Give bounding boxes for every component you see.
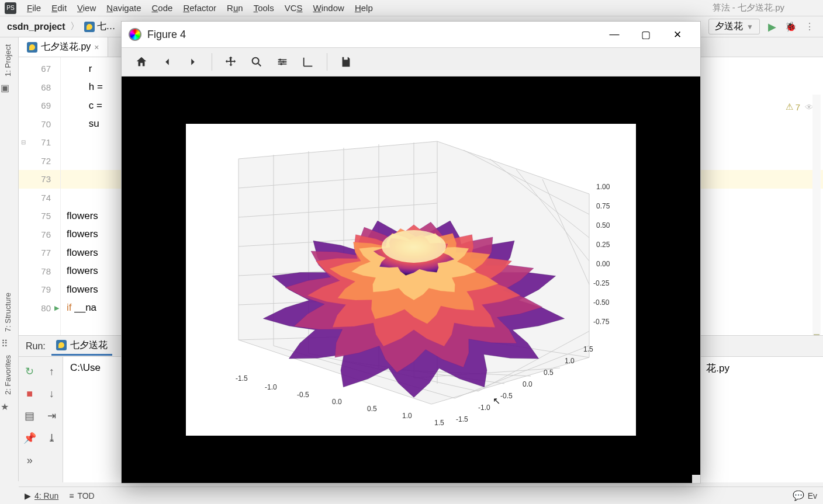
breadcrumb-file[interactable]: 七… bbox=[84, 20, 116, 33]
editor-tab-active[interactable]: 七夕送花.py × bbox=[19, 37, 108, 57]
menu-window[interactable]: Window bbox=[313, 3, 344, 13]
todo-tool-tab[interactable]: ≡ TOD bbox=[69, 491, 94, 500]
menu-vcs[interactable]: VCS bbox=[285, 3, 303, 13]
svg-point-0 bbox=[253, 58, 259, 64]
event-log-tab[interactable]: Ev bbox=[808, 491, 817, 500]
figure-title-label: Figure 4 bbox=[147, 29, 186, 41]
svg-text:1.0: 1.0 bbox=[565, 357, 575, 365]
svg-text:0.0: 0.0 bbox=[523, 380, 532, 388]
matplotlib-icon bbox=[129, 28, 141, 41]
gutter-line: 68 bbox=[19, 78, 60, 97]
more-run-icon[interactable]: ⋮ bbox=[803, 20, 816, 33]
svg-text:-0.5: -0.5 bbox=[297, 391, 309, 399]
svg-text:-1.0: -1.0 bbox=[478, 404, 490, 412]
window-title-hint: 算法 - 七夕送花.py bbox=[713, 2, 784, 13]
close-button[interactable]: ✕ bbox=[662, 23, 693, 46]
forward-button[interactable] bbox=[181, 50, 205, 74]
minimize-button[interactable]: — bbox=[599, 23, 630, 46]
editor-scrollbar[interactable] bbox=[812, 95, 821, 363]
svg-text:-0.50: -0.50 bbox=[593, 298, 610, 307]
rerun-button[interactable]: ↻ bbox=[19, 360, 41, 383]
figure-titlebar[interactable]: Figure 4 — ▢ ✕ bbox=[122, 22, 700, 47]
run-header-label: Run: bbox=[26, 341, 46, 352]
svg-text:-0.25: -0.25 bbox=[593, 279, 610, 287]
more-button[interactable]: » bbox=[19, 449, 41, 471]
svg-point-2 bbox=[282, 61, 285, 63]
close-tab-icon[interactable]: × bbox=[94, 43, 99, 52]
svg-text:0.5: 0.5 bbox=[367, 405, 377, 413]
event-log-icon: 💬 bbox=[793, 490, 804, 501]
svg-text:0.25: 0.25 bbox=[596, 241, 610, 249]
svg-point-1 bbox=[279, 59, 282, 61]
run-button[interactable]: ▶ bbox=[766, 20, 779, 33]
run-tab[interactable]: 七夕送花 bbox=[51, 337, 112, 356]
run-toolbar: ↻ ↑ ■ ↓ ▤ ⇥ 📌 ⤓ » bbox=[19, 357, 63, 482]
stop-button[interactable]: ■ bbox=[19, 383, 41, 405]
soft-wrap-button[interactable]: ⇥ bbox=[41, 405, 63, 427]
save-button[interactable] bbox=[334, 50, 358, 74]
matplotlib-figure-window: Figure 4 — ▢ ✕ bbox=[121, 21, 701, 484]
warnings-count: 7 bbox=[796, 102, 800, 112]
menu-refactor[interactable]: Refactor bbox=[183, 3, 216, 13]
svg-text:1.5: 1.5 bbox=[583, 345, 593, 353]
run-gutter-icon[interactable]: ▶ bbox=[54, 304, 59, 312]
menu-tools[interactable]: Tools bbox=[254, 3, 274, 13]
menu-run[interactable]: Run bbox=[227, 3, 243, 13]
svg-text:-1.5: -1.5 bbox=[456, 415, 468, 423]
breadcrumb-sep-icon: 〉 bbox=[70, 20, 79, 33]
menu-navigate[interactable]: Navigate bbox=[106, 3, 141, 13]
gutter-line: ⊟71 bbox=[19, 133, 60, 152]
z-axis-ticks: 1.00 0.75 0.50 0.25 0.00 -0.25 -0.50 -0.… bbox=[593, 183, 610, 326]
gutter-line: 70 bbox=[19, 115, 60, 134]
todo-icon: ≡ bbox=[69, 491, 74, 500]
svg-point-35 bbox=[382, 230, 446, 263]
menu-view[interactable]: View bbox=[77, 3, 96, 13]
back-button[interactable] bbox=[155, 50, 179, 74]
pan-button[interactable] bbox=[219, 50, 243, 74]
svg-text:0.00: 0.00 bbox=[596, 260, 610, 268]
menu-code[interactable]: Code bbox=[152, 3, 173, 13]
svg-text:1.00: 1.00 bbox=[596, 183, 610, 191]
run-tool-tab[interactable]: ▶ 4: Run bbox=[25, 491, 58, 500]
left-tool-strip: 1: Project ▣ 7: Structure ⠿ 2: Favorites… bbox=[0, 37, 19, 481]
python-file-icon bbox=[56, 340, 67, 350]
play-icon: ▶ bbox=[25, 491, 31, 500]
toolbar-separator bbox=[327, 53, 327, 71]
home-button[interactable] bbox=[130, 50, 153, 74]
bottom-run-label: 4: Run bbox=[34, 491, 58, 500]
run-tab-label: 七夕送花 bbox=[70, 339, 108, 352]
menu-edit[interactable]: Edit bbox=[51, 3, 67, 13]
resize-grip-icon[interactable] bbox=[692, 475, 700, 483]
svg-text:1.5: 1.5 bbox=[434, 419, 444, 427]
project-tool-tab[interactable]: 1: Project bbox=[0, 37, 16, 84]
figure-canvas[interactable]: 1.00 0.75 0.50 0.25 0.00 -0.25 -0.50 -0.… bbox=[122, 77, 700, 483]
zoom-button[interactable] bbox=[245, 50, 268, 74]
gutter-line: 73 bbox=[19, 170, 60, 189]
layout-button[interactable]: ▤ bbox=[19, 405, 41, 427]
debug-button[interactable]: 🐞 bbox=[784, 20, 797, 33]
maximize-button[interactable]: ▢ bbox=[630, 23, 662, 46]
fold-icon[interactable]: ⊟ bbox=[21, 139, 26, 145]
favorites-tool-tab[interactable]: 2: Favorites bbox=[0, 348, 16, 402]
plot-svg: 1.00 0.75 0.50 0.25 0.00 -0.25 -0.50 -0.… bbox=[186, 124, 636, 436]
down-button[interactable]: ↓ bbox=[41, 383, 63, 405]
gutter-line: 78 bbox=[19, 262, 60, 281]
pin-button[interactable]: 📌 bbox=[19, 427, 41, 449]
subplots-button[interactable] bbox=[271, 50, 294, 74]
python-file-icon bbox=[27, 42, 37, 53]
ide-logo-icon: PS bbox=[5, 2, 16, 14]
axes-edit-button[interactable] bbox=[296, 50, 320, 74]
console-tail: 花.py bbox=[706, 362, 729, 375]
menu-help[interactable]: Help bbox=[355, 3, 373, 13]
favorites-star-icon: ★ bbox=[0, 402, 9, 411]
gutter-line: 74 bbox=[19, 189, 60, 207]
run-config-selector[interactable]: 夕送花 ▼ bbox=[708, 19, 760, 34]
line-gutter: 67 68 69 70 ⊟71 72 73 74 75 76 77 78 79 … bbox=[19, 57, 61, 335]
up-button[interactable]: ↑ bbox=[41, 360, 63, 383]
structure-tool-tab[interactable]: 7: Structure bbox=[0, 286, 16, 339]
menu-file[interactable]: File bbox=[27, 3, 41, 13]
warnings-indicator[interactable]: ⚠ 7 👁 bbox=[786, 102, 814, 112]
svg-text:0.0: 0.0 bbox=[332, 398, 342, 406]
breadcrumb-project[interactable]: csdn_project bbox=[7, 22, 65, 32]
scroll-end-button[interactable]: ⤓ bbox=[41, 427, 63, 449]
